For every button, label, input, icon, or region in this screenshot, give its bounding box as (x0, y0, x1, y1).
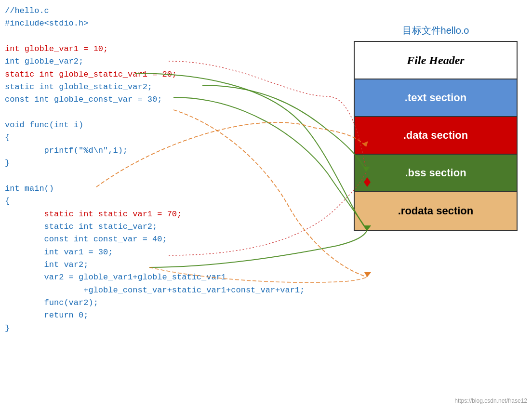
code-line: #include<stdio.h> (5, 17, 332, 30)
code-line: { (5, 132, 332, 144)
section-text: .text section (355, 79, 517, 117)
code-line: } (5, 322, 332, 335)
svg-marker-6 (364, 272, 371, 277)
file-container: 目标文件hello.o File Header .text section .d… (354, 24, 518, 231)
code-area: //hello.c#include<stdio.h> int globle_va… (5, 5, 332, 335)
code-line: void func(int i) (5, 119, 332, 132)
svg-marker-5 (364, 272, 371, 277)
code-line: static int static_var1 = 70; (5, 208, 332, 221)
file-box: File Header .text section .data section … (354, 41, 518, 231)
code-line: const int const_var = 40; (5, 233, 332, 246)
code-line: static int globle_static_var2; (5, 81, 332, 93)
code-line (5, 30, 332, 43)
code-line (5, 106, 332, 119)
code-line (5, 170, 332, 182)
file-title: 目标文件hello.o (354, 24, 518, 37)
code-line: int var2; (5, 259, 332, 271)
code-line: //hello.c (5, 5, 332, 17)
code-line: int globle_var1 = 10; (5, 43, 332, 55)
section-data: .data section (355, 117, 517, 155)
code-line: { (5, 195, 332, 208)
watermark: https://blog.csdn.net/frase12 (454, 397, 527, 404)
code-line: int globle_var2; (5, 55, 332, 68)
code-line: static int static_var2; (5, 221, 332, 233)
section-bss: .bss section (355, 155, 517, 192)
code-line: static int globle_static_var1 = 20; (5, 68, 332, 81)
code-line: return 0; (5, 309, 332, 322)
code-line: int main() (5, 183, 332, 195)
code-line: const int globle_const_var = 30; (5, 93, 332, 106)
section-file-header: File Header (355, 42, 517, 79)
code-line: int var1 = 30; (5, 246, 332, 259)
code-line: +globle_const_var+static_var1+const_var+… (5, 284, 332, 297)
code-line: } (5, 157, 332, 170)
code-line: func(var2); (5, 297, 332, 309)
code-line: var2 = globle_var1+globle_static_var1 (5, 271, 332, 284)
code-line: printf("%d\n",i); (5, 145, 332, 157)
section-rodata: .rodata section (355, 192, 517, 230)
